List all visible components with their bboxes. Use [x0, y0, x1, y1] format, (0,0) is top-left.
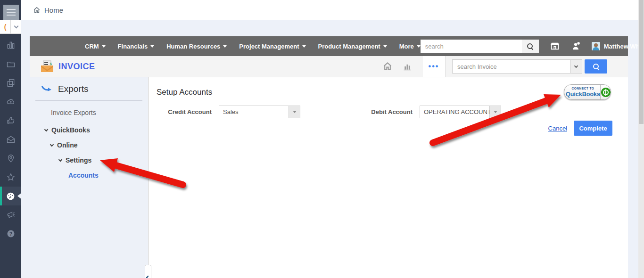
credit-account-select[interactable]: Sales	[219, 106, 300, 118]
user-status-icon[interactable]	[571, 41, 581, 51]
exports-tree-panel: Exports Invoice Exports QuickBooks Onlin…	[30, 77, 149, 278]
chevron-left-icon	[146, 276, 150, 278]
nav-menu-project-management[interactable]: Project Management	[239, 43, 305, 50]
divider	[35, 100, 142, 101]
select-dropdown-button[interactable]	[489, 106, 501, 118]
help-icon: ?	[6, 229, 16, 238]
location-pin-icon	[6, 154, 16, 163]
debit-account-value: OPERATING ACCOUNT (	[420, 106, 489, 118]
global-search-button[interactable]	[522, 40, 539, 53]
module-title: INVOICE	[58, 62, 95, 72]
chevron-down-icon	[58, 157, 62, 161]
rail-item-folder[interactable]	[0, 55, 21, 74]
complete-button[interactable]: Complete	[574, 121, 612, 136]
rail-item-documents[interactable]	[0, 74, 21, 92]
caret-down-icon	[302, 45, 306, 48]
user-avatar[interactable]	[592, 42, 600, 50]
caret-down-icon	[150, 45, 154, 48]
rail-item-help[interactable]: ?	[0, 224, 21, 243]
cancel-link[interactable]: Cancel	[548, 125, 567, 132]
exports-icon	[41, 85, 52, 93]
dashboard-gauge-icon	[6, 191, 16, 201]
chevron-down-icon	[14, 24, 18, 28]
tree-title: Exports	[58, 84, 88, 94]
tree-item-quickbooks[interactable]: QuickBooks	[30, 126, 148, 134]
credit-account-label: Credit Account	[149, 108, 212, 115]
module-home-icon[interactable]	[382, 62, 393, 71]
breadcrumb[interactable]: Home	[33, 6, 63, 14]
module-search	[452, 59, 607, 74]
hamburger-menu-button[interactable]	[3, 5, 19, 20]
nav-menu-crm[interactable]: CRM	[85, 43, 106, 50]
caret-down-icon	[494, 111, 497, 113]
home-icon	[33, 7, 41, 14]
chevron-down-icon	[50, 142, 54, 146]
connect-to-quickbooks-button[interactable]: CONNECT TO QuickBooks	[564, 84, 611, 100]
app-store-icon[interactable]	[549, 41, 561, 51]
rail-item-campaigns[interactable]	[0, 205, 21, 224]
nav-menu-financials[interactable]: Financials	[118, 43, 155, 50]
rail-item-cloud-upload[interactable]	[0, 92, 21, 111]
search-icon	[527, 43, 533, 49]
scrollbar-thumb[interactable]	[639, 0, 644, 124]
caret-down-icon	[293, 111, 297, 113]
module-search-input[interactable]	[452, 59, 570, 74]
caret-down-icon	[383, 45, 387, 48]
page-scrollbar[interactable]	[638, 0, 644, 278]
chevron-down-icon	[44, 127, 48, 131]
star-icon	[6, 172, 16, 182]
page-title: Setup Accounts	[149, 77, 628, 97]
module-more-actions-button[interactable]: •••	[422, 56, 446, 77]
logo-expand-button[interactable]	[10, 20, 21, 33]
main-card: CRM Financials Human Resources Project M…	[30, 36, 628, 278]
bar-chart-icon	[6, 41, 16, 50]
search-icon	[593, 64, 599, 70]
global-search-input[interactable]	[421, 40, 522, 53]
module-search-dropdown[interactable]	[570, 59, 582, 74]
rail-item-dashboard[interactable]	[0, 187, 21, 205]
app-logo-box: (	[0, 20, 21, 34]
caret-down-icon	[417, 45, 421, 48]
thumbs-up-icon	[6, 116, 16, 125]
quickbooks-logo-icon	[601, 87, 611, 98]
chevron-down-icon	[574, 64, 578, 68]
rail-item-reports[interactable]	[0, 36, 21, 55]
invoice-module-icon: $	[40, 60, 54, 73]
tree-item-online[interactable]: Online	[30, 141, 148, 149]
module-reports-icon[interactable]	[402, 62, 413, 71]
rail-item-email[interactable]	[0, 130, 21, 149]
documents-icon	[6, 78, 16, 88]
nav-menu-more[interactable]: More	[399, 43, 421, 50]
rail-item-approvals[interactable]	[0, 111, 21, 130]
setup-accounts-content: Setup Accounts Credit Account Sales Debi…	[149, 77, 628, 278]
panel-collapse-button[interactable]	[145, 265, 151, 278]
breadcrumb-home-label: Home	[44, 6, 63, 14]
tree-item-invoice-exports[interactable]: Invoice Exports	[30, 109, 148, 116]
debit-account-label: Debit Account	[361, 108, 413, 115]
envelope-open-icon	[6, 135, 16, 144]
module-search-button[interactable]	[585, 59, 607, 74]
module-header: $ INVOICE •••	[30, 56, 628, 77]
svg-text:?: ?	[9, 231, 12, 237]
megaphone-icon	[6, 210, 16, 220]
tree-item-accounts[interactable]: Accounts	[30, 172, 148, 179]
nav-menu-human-resources[interactable]: Human Resources	[166, 43, 227, 50]
top-bar: Home	[21, 0, 638, 20]
nav-menu-product-management[interactable]: Product Management	[318, 43, 387, 50]
credit-account-value: Sales	[219, 106, 289, 118]
cloud-upload-icon	[6, 97, 16, 106]
caret-down-icon	[223, 45, 227, 48]
rail-item-locations[interactable]	[0, 149, 21, 168]
global-search	[421, 40, 539, 53]
tree-item-settings[interactable]: Settings	[30, 156, 148, 164]
svg-text:$: $	[50, 62, 52, 66]
app-logo[interactable]: (	[0, 20, 10, 33]
select-dropdown-button[interactable]	[289, 106, 300, 118]
app-navbar: CRM Financials Human Resources Project M…	[30, 36, 628, 56]
folder-icon	[6, 59, 16, 69]
left-rail: (	[0, 0, 21, 278]
debit-account-select[interactable]: OPERATING ACCOUNT (	[420, 106, 501, 118]
caret-down-icon	[102, 45, 106, 48]
rail-item-favorites[interactable]	[0, 168, 21, 187]
